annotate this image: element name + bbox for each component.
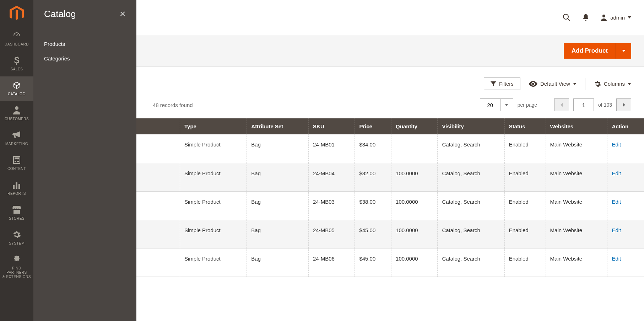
svg-point-0 (15, 106, 18, 110)
cell-type: Simple Product (180, 220, 247, 248)
columns-toggle[interactable]: Columns (594, 80, 631, 87)
header-quantity[interactable]: Quantity (391, 118, 438, 134)
cell-sku: 24-MB01 (309, 134, 355, 163)
cell-type: Simple Product (180, 248, 247, 277)
header-status[interactable]: Status (504, 118, 546, 134)
per-page-select[interactable] (480, 98, 500, 111)
user-label: admin (610, 15, 625, 21)
cell-web: Main Website (546, 191, 607, 220)
user-icon (600, 14, 607, 21)
bar-chart-icon (12, 180, 21, 189)
flyout-close-button[interactable]: ✕ (119, 10, 126, 19)
cell-type: Simple Product (180, 191, 247, 220)
cell-status: Enabled (504, 220, 546, 248)
notifications-button[interactable] (581, 13, 590, 22)
add-product-toggle[interactable] (616, 43, 631, 59)
add-product-split-button: Add Product (564, 43, 631, 59)
cell-qty: 100.0000 (391, 248, 438, 277)
storefront-icon (12, 205, 21, 214)
filters-button[interactable]: Filters (484, 77, 520, 90)
cell-qty (391, 134, 438, 163)
megaphone-icon (12, 130, 21, 140)
edit-link[interactable]: Edit (612, 227, 621, 233)
magento-logo[interactable] (0, 0, 33, 27)
header-attribute-set[interactable]: Attribute Set (247, 118, 309, 134)
prev-page-button[interactable] (554, 98, 569, 111)
svg-rect-1 (13, 185, 15, 189)
flyout-item-categories[interactable]: Categories (44, 51, 126, 66)
svg-line-5 (568, 18, 570, 21)
next-page-button[interactable] (616, 98, 631, 111)
header-visibility[interactable]: Visibility (438, 118, 504, 134)
dollar-icon (12, 56, 21, 65)
chevron-down-icon (505, 104, 508, 106)
cell-status: Enabled (504, 134, 546, 163)
dashboard-icon (12, 31, 21, 40)
cell-qty: 100.0000 (391, 163, 438, 191)
cell-price: $32.00 (355, 163, 391, 191)
user-menu[interactable]: admin (600, 14, 631, 21)
cell-price: $38.00 (355, 191, 391, 220)
cell-vis: Catalog, Search (438, 163, 504, 191)
edit-link[interactable]: Edit (612, 199, 621, 205)
close-icon: ✕ (119, 10, 126, 18)
search-icon (562, 13, 571, 22)
flyout-title: Catalog (44, 9, 76, 20)
header-type[interactable]: Type (180, 118, 247, 134)
main-sidebar: DASHBOARD SALES CATALOG CUSTOMERS MARKET… (0, 0, 33, 321)
cell-price: $45.00 (355, 248, 391, 277)
gear-icon (594, 80, 601, 87)
flyout-item-products[interactable]: Products (44, 37, 126, 51)
edit-link[interactable]: Edit (612, 256, 621, 262)
cell-price: $45.00 (355, 220, 391, 248)
cell-sku: 24-MB05 (309, 220, 355, 248)
cell-sku: 24-MB03 (309, 191, 355, 220)
header-price[interactable]: Price (355, 118, 391, 134)
cell-vis: Catalog, Search (438, 248, 504, 277)
cell-status: Enabled (504, 248, 546, 277)
cell-action: Edit (607, 220, 644, 248)
svg-rect-2 (16, 182, 17, 189)
cell-web: Main Website (546, 220, 607, 248)
cell-qty: 100.0000 (391, 191, 438, 220)
nav-system[interactable]: SYSTEM (0, 226, 33, 251)
svg-point-4 (563, 14, 568, 19)
funnel-icon (491, 81, 496, 86)
cell-qty: 100.0000 (391, 220, 438, 248)
svg-point-6 (602, 15, 605, 17)
nav-partners[interactable]: FIND PARTNERS & EXTENSIONS (0, 251, 33, 284)
header-action: Action (607, 118, 644, 134)
chevron-down-icon (622, 50, 626, 52)
add-product-button[interactable]: Add Product (564, 43, 616, 59)
nav-reports[interactable]: REPORTS (0, 176, 33, 201)
nav-marketing[interactable]: MARKETING (0, 126, 33, 151)
pagination: per page of 103 (480, 98, 631, 111)
cell-status: Enabled (504, 163, 546, 191)
header-websites[interactable]: Websites (546, 118, 607, 134)
edit-link[interactable]: Edit (612, 170, 621, 176)
page-input[interactable] (573, 98, 594, 111)
person-icon (12, 106, 21, 115)
cell-sku: 24-MB04 (309, 163, 355, 191)
header-sku[interactable]: SKU (309, 118, 355, 134)
nav-customers[interactable]: CUSTOMERS (0, 101, 33, 126)
cell-action: Edit (607, 163, 644, 191)
total-pages-label: of 103 (598, 102, 612, 108)
nav-content[interactable]: CONTENT (0, 151, 33, 176)
cell-vis: Catalog, Search (438, 134, 504, 163)
nav-dashboard[interactable]: DASHBOARD (0, 27, 33, 52)
per-page-caret[interactable] (500, 98, 513, 111)
cell-action: Edit (607, 134, 644, 163)
chevron-down-icon (573, 83, 577, 85)
nav-sales[interactable]: SALES (0, 52, 33, 76)
chevron-down-icon (628, 83, 631, 85)
nav-stores[interactable]: STORES (0, 201, 33, 226)
cell-attr: Bag (247, 191, 309, 220)
chevron-left-icon (561, 103, 563, 107)
default-view-toggle[interactable]: Default View (529, 81, 577, 87)
cell-price: $34.00 (355, 134, 391, 163)
cell-action: Edit (607, 191, 644, 220)
search-button[interactable] (562, 13, 571, 22)
edit-link[interactable]: Edit (612, 141, 621, 148)
nav-catalog[interactable]: CATALOG (0, 76, 33, 101)
